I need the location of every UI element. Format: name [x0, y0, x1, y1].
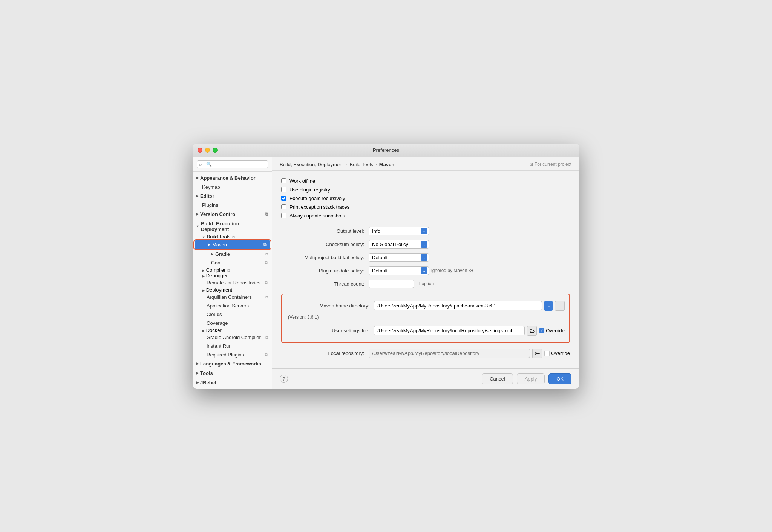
search-input[interactable]	[197, 160, 268, 168]
user-settings-override-checkbox[interactable]: ✓	[539, 328, 544, 333]
use-plugin-registry-label: Use plugin registry	[290, 187, 330, 193]
maximize-button[interactable]	[213, 148, 218, 153]
copy-icon: ⧉	[265, 212, 268, 217]
sidebar-item-build-tools[interactable]: ▼ Build Tools ⧉	[193, 234, 272, 240]
user-settings-override-control: ✓ Override	[539, 328, 565, 333]
checksum-policy-row: Checksum policy: No Global Policy Strict…	[281, 238, 570, 251]
sidebar-item-label: JRebel	[200, 380, 216, 385]
maven-home-more-button[interactable]: …	[555, 301, 565, 311]
user-settings-row: User settings file: /Users/zeal/MyApp/My…	[286, 324, 565, 338]
apply-button[interactable]: Apply	[517, 373, 545, 384]
maven-home-dropdown-button[interactable]: ⌄	[544, 301, 553, 311]
local-repository-input[interactable]: /Users/zeal/MyApp/MyRepository/localRepo…	[369, 349, 530, 358]
sidebar-item-label: Version Control	[200, 211, 237, 217]
checkbox-always-update: Always update snapshots	[281, 211, 570, 220]
ok-button[interactable]: OK	[548, 373, 571, 384]
chevron-right-icon: ▶	[196, 371, 199, 375]
local-repository-label: Local repository:	[281, 350, 364, 356]
sidebar-item-plugins[interactable]: Plugins	[193, 201, 272, 209]
local-repository-row: Local repository: /Users/zeal/MyApp/MyRe…	[281, 346, 570, 361]
local-repository-control: /Users/zeal/MyApp/MyRepository/localRepo…	[369, 349, 570, 358]
user-settings-input[interactable]: /Users/zeal/MyApp/MyRepository/localRepo…	[374, 326, 525, 335]
maven-home-control: /Users/zeal/MyApp/MyRepository/apache-ma…	[374, 301, 565, 311]
sidebar-item-docker[interactable]: ▶ Docker	[193, 327, 272, 333]
panel-header: Build, Execution, Deployment › Build Too…	[272, 157, 579, 171]
sidebar-item-gradle-android[interactable]: Gradle-Android Compiler ⧉	[193, 333, 272, 342]
multiproject-policy-control: Default Fail at end Fail never ⌄	[369, 253, 570, 262]
sidebar-item-label: Build Tools	[207, 234, 231, 240]
bottom-bar: ? Cancel Apply OK	[272, 368, 579, 389]
sidebar-item-coverage[interactable]: Coverage	[193, 319, 272, 327]
multiproject-select-wrapper: Default Fail at end Fail never ⌄	[369, 253, 429, 262]
local-repository-override-checkbox[interactable]	[544, 351, 550, 356]
sidebar-item-version-control[interactable]: ▶ Version Control ⧉	[193, 209, 272, 219]
sidebar-item-label: Tools	[200, 370, 213, 376]
chevron-right-icon: ▶	[196, 362, 199, 365]
sidebar-item-keymap[interactable]: Keymap	[193, 183, 272, 191]
sidebar-item-clouds[interactable]: Clouds	[193, 310, 272, 319]
copy-icon: ⧉	[263, 242, 267, 247]
plugin-update-policy-control: Default Daily Always Never ⌄ ignored by …	[369, 266, 570, 275]
checkboxes-group: Work offline Use plugin registry Execute…	[281, 177, 570, 220]
sidebar-item-label: Application Servers	[207, 303, 268, 309]
sidebar: ▶ Appearance & Behavior Keymap ▶ Editor	[193, 157, 272, 389]
work-offline-checkbox[interactable]	[281, 178, 286, 183]
checkbox-print-exception: Print exception stack traces	[281, 203, 570, 211]
chevron-right-icon: ▶	[196, 194, 199, 198]
minimize-button[interactable]	[205, 148, 210, 153]
sidebar-item-label: Clouds	[207, 312, 268, 317]
breadcrumb: Build, Execution, Deployment › Build Too…	[280, 162, 394, 167]
maven-home-label: Maven home directory:	[286, 303, 369, 309]
sidebar-item-appearance[interactable]: ▶ Appearance & Behavior	[193, 173, 272, 183]
always-update-checkbox[interactable]	[281, 213, 286, 218]
chevron-down-icon: ▼	[196, 225, 199, 228]
output-level-control: Info Debug Warn Error ⌄	[369, 227, 570, 235]
sidebar-item-label: Compiler	[206, 267, 226, 273]
chevron-down-icon: ▼	[202, 235, 205, 239]
sidebar-item-build-execution[interactable]: ▼ Build, Execution, Deployment	[193, 219, 272, 234]
plugin-update-select[interactable]: Default Daily Always Never	[369, 266, 429, 275]
breadcrumb-part-1: Build, Execution, Deployment	[280, 162, 344, 167]
sidebar-item-label: Debugger	[206, 273, 228, 278]
print-exception-checkbox[interactable]	[281, 204, 286, 209]
sidebar-item-required-plugins[interactable]: Required Plugins ⧉	[193, 350, 272, 359]
maven-home-input[interactable]: /Users/zeal/MyApp/MyRepository/apache-ma…	[374, 301, 542, 310]
sidebar-item-arquillian[interactable]: Arquillian Containers ⧉	[193, 293, 272, 301]
sidebar-item-debugger[interactable]: ▶ Debugger	[193, 273, 272, 278]
copy-icon: ⧉	[227, 268, 230, 272]
sidebar-item-editor[interactable]: ▶ Editor	[193, 191, 272, 201]
user-settings-override-label: Override	[546, 328, 565, 333]
user-settings-folder-button[interactable]: 🗁	[527, 326, 537, 336]
sidebar-item-remote-jar[interactable]: Remote Jar Repositories ⧉	[193, 278, 272, 287]
sidebar-item-languages[interactable]: ▶ Languages & Frameworks	[193, 359, 272, 368]
sidebar-item-maven[interactable]: ▶ Maven ⧉	[195, 240, 270, 249]
sidebar-item-compiler[interactable]: ▶ Compiler ⧉	[193, 267, 272, 273]
sidebar-item-deployment[interactable]: ▶ Deployment	[193, 287, 272, 293]
sidebar-item-gradle[interactable]: ▶ Gradle ⧉	[193, 250, 272, 258]
sidebar-item-app-servers[interactable]: Application Servers	[193, 301, 272, 310]
checkbox-execute-goals: Execute goals recursively	[281, 194, 570, 203]
use-plugin-registry-checkbox[interactable]	[281, 187, 286, 192]
checksum-policy-control: No Global Policy Strict Warn Ignore ⌄	[369, 240, 570, 249]
chevron-right-icon: ▶	[202, 269, 205, 272]
thread-count-label: Thread count:	[281, 281, 364, 287]
sidebar-item-gant[interactable]: Gant ⧉	[193, 258, 272, 267]
plugin-update-policy-label: Plugin update policy:	[281, 268, 364, 274]
output-level-select[interactable]: Info Debug Warn Error	[369, 227, 429, 235]
sidebar-item-tools[interactable]: ▶ Tools	[193, 368, 272, 378]
execute-goals-checkbox[interactable]	[281, 196, 286, 201]
sidebar-item-label: Instant Run	[207, 343, 268, 349]
multiproject-select[interactable]: Default Fail at end Fail never	[369, 253, 429, 262]
checksum-policy-select[interactable]: No Global Policy Strict Warn Ignore	[369, 240, 429, 249]
help-button[interactable]: ?	[280, 375, 288, 383]
sidebar-item-jrebel[interactable]: ▶ JRebel	[193, 378, 272, 387]
maven-paths-section: Maven home directory: /Users/zeal/MyApp/…	[281, 294, 570, 343]
local-repository-folder-button[interactable]: 🗁	[532, 349, 542, 358]
sidebar-item-label: Required Plugins	[207, 352, 263, 358]
sidebar-item-instant-run[interactable]: Instant Run	[193, 342, 272, 350]
sidebar-item-label: Deployment	[206, 287, 232, 293]
close-button[interactable]	[198, 148, 202, 153]
cancel-button[interactable]: Cancel	[482, 373, 513, 384]
thread-count-input[interactable]	[369, 280, 414, 288]
bottom-buttons: Cancel Apply OK	[482, 373, 571, 384]
